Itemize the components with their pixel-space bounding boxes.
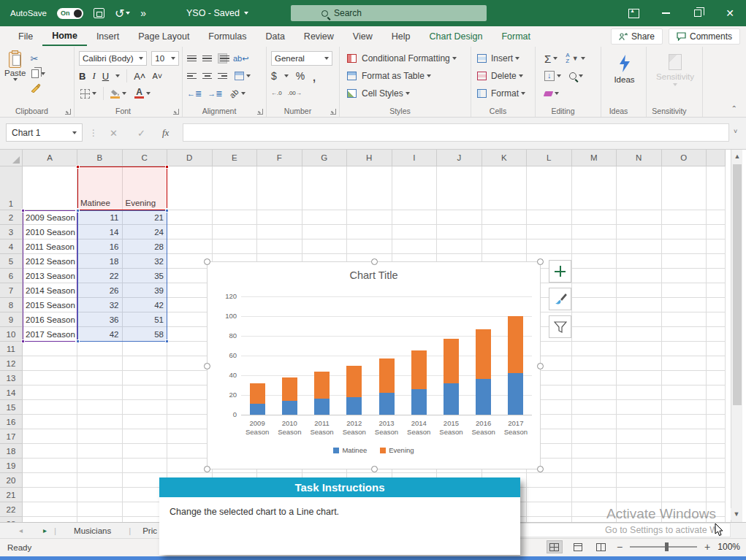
row-header-8[interactable]: 8: [0, 298, 23, 312]
undo-button[interactable]: ↺: [115, 7, 130, 20]
cell-N1[interactable]: [617, 166, 662, 210]
cell-F3[interactable]: [257, 225, 302, 239]
cell-A16[interactable]: [23, 415, 77, 429]
insert-cells-button[interactable]: Insert: [490, 53, 521, 64]
cell-D8[interactable]: [167, 298, 213, 312]
cell-C11[interactable]: [123, 342, 168, 356]
number-format-select[interactable]: General: [271, 51, 332, 66]
cell-E1[interactable]: [213, 166, 258, 210]
cell[interactable]: [707, 166, 726, 210]
cell-O10[interactable]: [662, 327, 707, 342]
cell-M11[interactable]: [572, 342, 617, 356]
bar-evening-2015[interactable]: [444, 339, 459, 383]
chart-resize-handle[interactable]: [537, 258, 544, 265]
cell-C16[interactable]: [123, 415, 168, 429]
chart-resize-handle[interactable]: [204, 363, 210, 369]
cell-H2[interactable]: [347, 210, 392, 225]
cell-M12[interactable]: [572, 356, 617, 371]
close-button[interactable]: ✕: [714, 0, 746, 26]
legend-item-matinee[interactable]: Matinee: [333, 446, 367, 454]
chart-title[interactable]: Chart Title: [208, 269, 540, 281]
column-header-F[interactable]: F: [257, 150, 302, 166]
cell-I2[interactable]: [392, 210, 438, 225]
column-header-C[interactable]: C: [123, 150, 168, 166]
chart-resize-handle[interactable]: [371, 258, 378, 265]
formula-input[interactable]: [183, 123, 729, 142]
cell-O1[interactable]: [662, 166, 707, 210]
cell-D3[interactable]: [167, 225, 213, 239]
bar-matinee-2016[interactable]: [476, 379, 491, 415]
sheet-nav-prev-icon[interactable]: ◂: [19, 526, 23, 534]
column-header-J[interactable]: J: [437, 150, 482, 166]
cell-L21[interactable]: [527, 488, 572, 502]
select-all-button[interactable]: [0, 150, 23, 166]
cell-F2[interactable]: [257, 210, 302, 225]
bold-button[interactable]: B: [79, 71, 85, 82]
increase-decimal-button[interactable]: ←.0: [271, 91, 282, 96]
cell-N8[interactable]: [617, 298, 662, 312]
cell-B16[interactable]: [77, 415, 123, 429]
column-header-H[interactable]: H: [347, 150, 392, 166]
bar-matinee-2010[interactable]: [282, 401, 297, 415]
scroll-down-icon[interactable]: ▼: [731, 508, 742, 520]
tab-format[interactable]: Format: [492, 28, 540, 45]
zoom-in-button[interactable]: +: [704, 541, 710, 553]
bar-matinee-2012[interactable]: [346, 397, 362, 415]
name-box[interactable]: Chart 1: [6, 123, 83, 142]
cell-O2[interactable]: [662, 210, 707, 225]
cell-B22[interactable]: [77, 502, 123, 517]
cell-C17[interactable]: [123, 429, 168, 444]
ribbon-display-options-button[interactable]: [617, 0, 650, 26]
cell-O6[interactable]: [662, 269, 707, 283]
cell-N2[interactable]: [617, 210, 662, 225]
row-header-17[interactable]: 17: [0, 429, 23, 444]
cell-K4[interactable]: [482, 239, 528, 254]
column-header-N[interactable]: N: [617, 150, 662, 166]
minimize-button[interactable]: [650, 0, 682, 26]
normal-view-button[interactable]: [547, 540, 563, 553]
cell-D15[interactable]: [167, 400, 213, 415]
cell-B14[interactable]: [77, 386, 123, 400]
cell-O11[interactable]: [662, 342, 707, 356]
vertical-scrollbar[interactable]: ▲: [731, 150, 742, 522]
cell[interactable]: [707, 356, 726, 371]
cell-C15[interactable]: [123, 400, 168, 415]
row-header-1[interactable]: 1: [0, 166, 23, 210]
cell-C13[interactable]: [123, 371, 168, 386]
cell-B19[interactable]: [77, 459, 123, 473]
cell-D10[interactable]: [167, 327, 213, 342]
cell-L22[interactable]: [527, 502, 572, 517]
row-header-6[interactable]: 6: [0, 269, 23, 283]
cell-N10[interactable]: [617, 327, 662, 342]
cell-A15[interactable]: [23, 400, 77, 415]
autosum-button[interactable]: Σ: [543, 52, 559, 66]
cell-O18[interactable]: [662, 444, 707, 459]
row-header-16[interactable]: 16: [0, 415, 23, 429]
cell-O9[interactable]: [662, 312, 707, 327]
cell-N16[interactable]: [617, 415, 662, 429]
wrap-text-button[interactable]: ab↩: [233, 54, 248, 64]
zoom-slider-thumb[interactable]: [665, 542, 669, 551]
cell-B17[interactable]: [77, 429, 123, 444]
shrink-font-button[interactable]: A˅: [152, 72, 162, 80]
cell[interactable]: [707, 269, 726, 283]
cell-A1[interactable]: [23, 166, 77, 210]
cell-M18[interactable]: [572, 444, 617, 459]
cell-M10[interactable]: [572, 327, 617, 342]
cell-B13[interactable]: [77, 371, 123, 386]
cell-O4[interactable]: [662, 239, 707, 254]
cell-A19[interactable]: [23, 459, 77, 473]
cell-M6[interactable]: [572, 269, 617, 283]
cell-O16[interactable]: [662, 415, 707, 429]
row-header-9[interactable]: 9: [0, 312, 23, 327]
save-icon[interactable]: [94, 8, 104, 18]
cell-J1[interactable]: [437, 166, 482, 210]
share-button[interactable]: Share: [611, 28, 663, 45]
row-header-2[interactable]: 2: [0, 210, 23, 225]
column-header-E[interactable]: E: [213, 150, 258, 166]
cell-H4[interactable]: [347, 239, 392, 254]
sheet-tab-musicians[interactable]: Musicians: [64, 526, 121, 535]
page-break-view-button[interactable]: [593, 540, 609, 553]
cell-C18[interactable]: [123, 444, 168, 459]
vertical-scrollbar-thumb[interactable]: [733, 164, 742, 405]
